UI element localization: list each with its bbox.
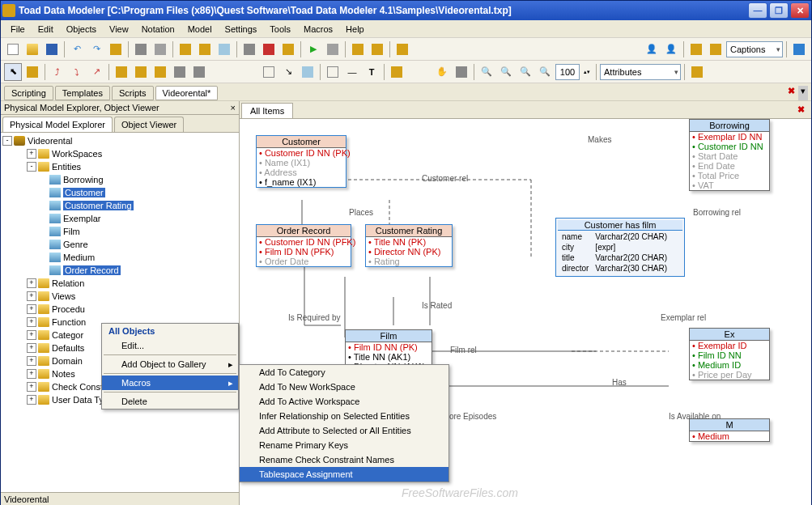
toolbar-icon[interactable] — [388, 63, 406, 81]
ctx-rename-pk[interactable]: Rename Primary Keys — [240, 438, 449, 452]
rel-icon[interactable]: ⤵ — [68, 63, 86, 81]
menu-tools[interactable]: Tools — [263, 23, 297, 36]
toolbar-icon[interactable] — [260, 63, 278, 81]
toolbar-icon[interactable] — [171, 63, 189, 81]
menu-notation[interactable]: Notation — [135, 23, 181, 36]
tree-node[interactable]: +Procedu — [2, 303, 237, 316]
menu-settings[interactable]: Settings — [219, 23, 264, 36]
menu-objects[interactable]: Objects — [60, 23, 103, 36]
zoom-input[interactable] — [555, 64, 580, 80]
tree-view[interactable]: -Videorental+WorkSpaces-EntitiesBorrowin… — [1, 132, 239, 492]
zoom-fit-icon[interactable]: 🔍 — [517, 63, 534, 81]
tree-node[interactable]: Genre — [2, 238, 237, 251]
menu-edit[interactable]: Edit — [32, 23, 60, 36]
view-customer-has-film[interactable]: Customer has film nameVarchar2(20 CHAR)c… — [555, 218, 685, 277]
play-icon[interactable]: ▶ — [304, 40, 322, 58]
entity-borrowing[interactable]: Borrowing • Exemplar ID NN• Customer ID … — [689, 119, 770, 191]
toolbar-icon[interactable] — [260, 40, 278, 58]
tree-node[interactable]: Exemplar — [2, 212, 237, 225]
zoom-out-icon[interactable]: 🔍 — [497, 63, 515, 81]
menu-model[interactable]: Model — [181, 23, 219, 36]
attributes-dropdown[interactable]: Attributes — [600, 64, 681, 80]
toolbar-icon[interactable] — [240, 40, 258, 58]
captions-dropdown[interactable]: Captions — [726, 41, 783, 57]
close-tab-icon[interactable]: ✖ — [788, 86, 795, 100]
ctx-infer-rel[interactable]: Infer Relationship on Selected Entities — [240, 409, 449, 423]
print-icon[interactable] — [132, 40, 150, 58]
tree-node[interactable]: Borrowing — [2, 173, 237, 186]
ctx-add-gallery[interactable]: Add Object to Gallery — [102, 357, 238, 371]
pointer-icon[interactable]: ⬉ — [4, 63, 22, 81]
entity-icon[interactable] — [23, 63, 41, 81]
toolbar-icon[interactable] — [190, 63, 208, 81]
ctx-edit[interactable]: Edit... — [102, 338, 238, 353]
tree-node[interactable]: Order Record — [2, 264, 237, 277]
user-icon[interactable]: 👤 — [662, 40, 680, 58]
tab-all-items[interactable]: All Items — [241, 103, 293, 118]
undo-icon[interactable]: ↶ — [68, 40, 86, 58]
new-icon[interactable] — [4, 40, 22, 58]
ctx-add-new-ws[interactable]: Add To New WorkSpace — [240, 380, 449, 394]
panel-close-icon[interactable]: × — [231, 103, 236, 112]
entity-customer[interactable]: Customer • Customer ID NN (PK)• Name (IX… — [256, 135, 346, 188]
toolbar-icon[interactable] — [151, 63, 169, 81]
toolbar-icon[interactable]: — — [343, 63, 361, 81]
zoom-icon[interactable]: 🔍 — [536, 63, 554, 81]
toolbar-icon[interactable]: ↘ — [279, 63, 297, 81]
entity-customer-rating[interactable]: Customer Rating • Title NN (PK)• Directo… — [365, 224, 453, 267]
tree-node[interactable]: -Entities — [2, 160, 237, 173]
menu-view[interactable]: View — [103, 23, 135, 36]
toolbar-icon[interactable] — [299, 63, 317, 81]
toolbar-icon[interactable] — [324, 63, 342, 81]
menu-macros[interactable]: Macros — [297, 23, 339, 36]
ctx-macros[interactable]: Macros — [102, 376, 238, 390]
ctx-add-attr[interactable]: Add Attribute to Selected or All Entitie… — [240, 423, 449, 438]
tree-node[interactable]: Medium — [2, 251, 237, 264]
save-icon[interactable] — [43, 40, 61, 58]
toolbar-icon[interactable] — [368, 40, 386, 58]
minimize-button[interactable]: — — [748, 2, 767, 19]
ctx-add-active-ws[interactable]: Add To Active Workspace — [240, 394, 449, 409]
tree-node[interactable]: Customer Rating — [2, 199, 237, 212]
redo-icon[interactable]: ↷ — [87, 40, 105, 58]
entity-exemplar[interactable]: Ex • Exemplar ID• Film ID NN• Medium ID•… — [689, 328, 770, 380]
close-button[interactable]: ✕ — [790, 2, 810, 19]
toolbar-icon[interactable] — [132, 63, 150, 81]
titlebar[interactable]: Toad Data Modeler [C:\Program Files (x86… — [1, 1, 811, 20]
tab-templates[interactable]: Templates — [55, 86, 110, 100]
spin-up-icon[interactable]: ▴▾ — [581, 63, 593, 81]
rel-icon[interactable]: ⤴ — [49, 63, 66, 81]
user-icon[interactable]: 👤 — [643, 40, 661, 58]
tab-model-explorer[interactable]: Physical Model Explorer — [2, 117, 113, 132]
toolbar-icon[interactable] — [113, 63, 130, 81]
toolbar-icon[interactable] — [393, 40, 411, 58]
toolbar-icon[interactable] — [688, 63, 706, 81]
open-icon[interactable] — [23, 40, 41, 58]
toolbar-icon[interactable] — [453, 63, 470, 81]
tree-node[interactable]: Customer — [2, 186, 237, 199]
ctx-rename-cc[interactable]: Rename Check Constraint Names — [240, 452, 449, 467]
toolbar-icon[interactable] — [279, 40, 297, 58]
ctx-add-category[interactable]: Add To Category — [240, 365, 449, 380]
tree-node[interactable]: Film — [2, 225, 237, 238]
text-icon[interactable]: T — [363, 63, 380, 81]
entity-order-record[interactable]: Order Record • Customer ID NN (PFK)• Fil… — [256, 224, 351, 267]
toolbar-icon[interactable] — [215, 40, 233, 58]
toolbar-icon[interactable] — [107, 40, 125, 58]
toolbar-icon[interactable] — [151, 40, 169, 58]
toolbar-icon[interactable] — [707, 40, 725, 58]
maximize-button[interactable]: ❐ — [769, 2, 789, 19]
tree-node[interactable]: +Relation — [2, 277, 237, 290]
toolbar-icon[interactable] — [176, 40, 194, 58]
menu-file[interactable]: File — [4, 23, 32, 36]
toolbar-icon[interactable] — [324, 40, 342, 58]
tab-dropdown-icon[interactable]: ▾ — [798, 86, 808, 100]
entity-medium[interactable]: M • Medium — [689, 418, 770, 442]
toolbar-icon[interactable] — [687, 40, 705, 58]
toolbar-icon[interactable] — [790, 40, 808, 58]
toolbar-icon[interactable] — [196, 40, 214, 58]
zoom-in-icon[interactable]: 🔍 — [478, 63, 495, 81]
toolbar-icon[interactable] — [349, 40, 367, 58]
hand-icon[interactable]: ✋ — [433, 63, 451, 81]
menu-help[interactable]: Help — [339, 23, 371, 36]
